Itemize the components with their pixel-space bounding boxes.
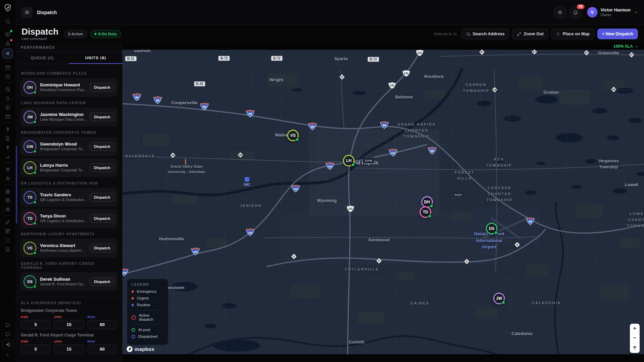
bars-icon: [5, 154, 10, 159]
unit-card: LH Latoya Harris Bridgewater Corporate T…: [20, 158, 118, 177]
divider: [3, 215, 12, 216]
rail-item-coverage[interactable]: [3, 103, 13, 112]
notifications-button[interactable]: 78: [570, 6, 582, 18]
theme-toggle-button[interactable]: [554, 6, 566, 18]
unit-location: GR Logistics & Distribution...: [40, 219, 86, 224]
unit-map-marker-td[interactable]: TD: [420, 206, 431, 218]
rail-item-invoices[interactable]: [3, 134, 13, 143]
sla-field-label: ROU: [87, 339, 117, 343]
unit-group-header: LAKE MICHIGAN DATA CENTER: [21, 101, 117, 105]
rail-item-billing[interactable]: [3, 125, 13, 134]
rail-item-teams[interactable]: [3, 165, 13, 174]
rail-item-analytics[interactable]: [3, 152, 13, 161]
dispatch-unit-button[interactable]: Dispatch: [90, 193, 114, 202]
map-zoom-in-button[interactable]: +: [630, 324, 640, 333]
map-canvas[interactable]: SullivanSpartaWrightCoopersvilleRockford…: [122, 50, 644, 354]
topbar-title: Dispatch: [37, 10, 57, 15]
new-dispatch-button[interactable]: + New Dispatch: [597, 29, 638, 39]
unit-group-header: WOODLAND COMMERCE PLAZA: [21, 71, 117, 75]
unit-map-marker-vs[interactable]: VS: [287, 130, 299, 141]
rail-item-add-user[interactable]: [3, 174, 13, 183]
marker-initials: TD: [423, 210, 428, 214]
mapbox-attribution: mapbox: [126, 346, 154, 352]
marker-status-dot: [351, 163, 355, 167]
users-icon: [5, 207, 10, 212]
rail-item-calendar[interactable]: [3, 112, 13, 121]
menu-toggle-button[interactable]: [22, 7, 32, 18]
rail-item-scan[interactable]: [3, 236, 13, 245]
sla-field-label: ROU: [87, 315, 117, 319]
legend-label: Urgent: [137, 296, 149, 300]
unit-location: Bridgewater Corporate To...: [40, 168, 86, 173]
rail-item-schedule[interactable]: [3, 63, 13, 72]
place-on-map-button[interactable]: Place on Map: [551, 29, 594, 39]
panel-scrollbar[interactable]: [16, 146, 17, 224]
sla-rou-input[interactable]: [87, 345, 117, 354]
search-address-button[interactable]: Search Address: [461, 29, 509, 39]
unit-card: TD Tanya Dixon GR Logistics & Distributi…: [20, 209, 118, 228]
rail-item-expand-rail[interactable]: [3, 350, 13, 359]
zoom-out-button[interactable]: Zoom Out: [512, 29, 548, 39]
topbar: Dispatch 78 V Victor Harmon Owner: [15, 0, 644, 25]
divider: [3, 83, 12, 83]
unit-initials: GW: [27, 145, 33, 149]
rail-item-dispatch[interactable]: [2, 48, 13, 58]
tab-queue-0[interactable]: QUEUE (0): [15, 52, 69, 64]
sla-field-urg: URG: [54, 339, 84, 354]
rail-item-apps[interactable]: [3, 227, 13, 236]
on-duty-badge: 8 On Duty: [90, 30, 121, 38]
sla-eme-input[interactable]: [21, 345, 50, 354]
rail-item-workstation[interactable]: [3, 30, 13, 39]
sla-rou-input[interactable]: [87, 320, 117, 329]
rail-item-alerts[interactable]: [3, 39, 13, 48]
rail-item-support[interactable]: [3, 330, 13, 339]
grid-icon: [5, 229, 10, 234]
sla-eme-input[interactable]: [21, 320, 50, 329]
rail-item-assets[interactable]: [3, 196, 13, 205]
chevron-down-icon[interactable]: [635, 44, 639, 48]
user-menu[interactable]: V Victor Harmon Owner: [587, 7, 638, 17]
rail-item-incidents[interactable]: [3, 94, 13, 103]
unit-name: Dominique Howard: [40, 82, 86, 88]
divider: [3, 28, 12, 28]
login-icon: [5, 342, 10, 347]
rail-item-sites[interactable]: [3, 187, 13, 196]
sla-urg-input[interactable]: [54, 345, 84, 354]
tab-units-8[interactable]: UNITS (8): [69, 52, 122, 64]
search-icon: [466, 32, 470, 36]
map-zoom-out-button[interactable]: −: [630, 333, 640, 343]
unit-initials: LH: [27, 166, 32, 170]
unit-map-marker-ds[interactable]: DS: [486, 223, 497, 234]
sla-urg-input[interactable]: [54, 320, 84, 329]
chevron-right-icon: [5, 352, 10, 358]
rail-item-payroll[interactable]: [3, 143, 13, 152]
unit-name: Derek Sullivan: [40, 277, 86, 282]
rail-item-reports[interactable]: [3, 85, 13, 94]
legend-label: At post: [138, 328, 150, 332]
rail-item-documents[interactable]: [3, 245, 13, 254]
rail-item-messages[interactable]: [3, 321, 13, 330]
divider: [3, 185, 12, 185]
marker-status-dot: [501, 300, 505, 305]
status-dot: [94, 33, 97, 35]
dispatch-unit-button[interactable]: Dispatch: [90, 142, 114, 151]
pie-icon: [5, 87, 10, 92]
rail-item-time[interactable]: [3, 72, 13, 81]
dispatch-unit-button[interactable]: Dispatch: [90, 83, 114, 92]
rail-item-sign[interactable]: [3, 217, 13, 227]
map-tilt-button[interactable]: [630, 343, 640, 353]
divider: [131, 310, 164, 310]
dispatch-unit-button[interactable]: Dispatch: [90, 214, 114, 223]
unit-map-marker-dh[interactable]: DH: [421, 196, 433, 208]
rail-item-clients[interactable]: [3, 205, 13, 214]
dispatch-unit-button[interactable]: Dispatch: [90, 163, 114, 172]
legend-ring-swatch: [131, 315, 136, 320]
unit-map-marker-jw[interactable]: JW: [493, 293, 505, 304]
rail-item-search[interactable]: [3, 17, 13, 26]
unit-map-marker-lh[interactable]: LH: [343, 155, 354, 166]
rail-item-sign-out[interactable]: [2, 339, 13, 350]
dispatch-unit-button[interactable]: Dispatch: [90, 244, 114, 252]
dispatch-unit-button[interactable]: Dispatch: [90, 113, 114, 121]
dispatch-unit-button[interactable]: Dispatch: [90, 277, 114, 286]
sla-field-label: EME: [21, 315, 50, 319]
